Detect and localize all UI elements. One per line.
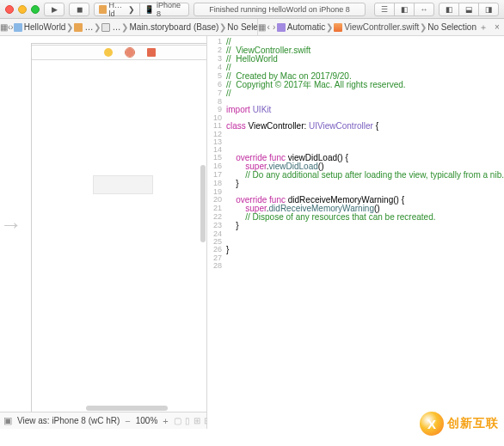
code-line[interactable]: 26} bbox=[207, 246, 504, 254]
add-assistant-button[interactable]: ＋ bbox=[476, 21, 490, 34]
project-icon bbox=[14, 23, 22, 32]
toggle-debug-button[interactable]: ⬓ bbox=[458, 3, 479, 16]
close-assistant-button[interactable]: × bbox=[490, 21, 504, 34]
related-items-button-2[interactable]: ▦ bbox=[258, 21, 266, 34]
view-controller-canvas[interactable] bbox=[31, 43, 206, 412]
gutter-number: 28 bbox=[207, 262, 226, 270]
code-line[interactable]: 11class ViewController: UIViewController… bbox=[207, 122, 504, 131]
watermark-badge-icon: X bbox=[420, 412, 444, 436]
editor-content: → ▣ View as: iPhone 8 (wC hR) − 100% + ▢… bbox=[0, 36, 504, 429]
placeholder-view[interactable] bbox=[93, 175, 153, 194]
code-line[interactable]: 22 // Dispose of any resources that can … bbox=[207, 213, 504, 222]
interface-builder-panel: → ▣ View as: iPhone 8 (wC hR) − 100% + ▢… bbox=[0, 36, 207, 429]
path-project[interactable]: HelloWorld bbox=[14, 22, 66, 32]
jump-bar-left: ▦ ‹ › HelloWorld ❯ … ❯ … ❯ Main.storyboa… bbox=[0, 19, 258, 35]
toggle-utilities-button[interactable]: ◨ bbox=[478, 3, 499, 16]
folder-icon bbox=[101, 23, 110, 32]
horizontal-scrollbar[interactable] bbox=[86, 406, 168, 411]
code-text: // HelloWorld bbox=[226, 55, 504, 64]
zoom-value: 100% bbox=[136, 416, 158, 425]
path-folder[interactable]: … bbox=[74, 22, 93, 32]
path-file-right[interactable]: ViewController.swift bbox=[334, 22, 419, 32]
path-selection[interactable]: No Selection bbox=[227, 22, 258, 32]
code-text bbox=[226, 131, 504, 138]
zoom-in-button[interactable]: + bbox=[163, 416, 168, 426]
counterpart-mode[interactable]: Automatic bbox=[277, 22, 325, 32]
path-file[interactable]: Main.storyboard (Base) bbox=[129, 22, 218, 32]
code-text bbox=[226, 254, 504, 262]
app-icon bbox=[99, 5, 107, 14]
code-line[interactable]: 13 bbox=[207, 138, 504, 146]
scheme-selector[interactable]: H…ld ❯ 📱 iPhone 8 bbox=[94, 3, 189, 16]
align-button[interactable]: ▯ bbox=[185, 416, 190, 425]
code-line[interactable]: 23 } bbox=[207, 222, 504, 230]
swift-icon bbox=[334, 23, 342, 32]
ib-footer-bar: ▣ View as: iPhone 8 (wC hR) − 100% + ▢ ▯… bbox=[0, 412, 206, 429]
code-line[interactable]: 18 } bbox=[207, 180, 504, 188]
code-text: // bbox=[226, 89, 504, 98]
main-toolbar: ▶ ◼ H…ld ❯ 📱 iPhone 8 Finished running H… bbox=[0, 0, 504, 19]
view-as-label[interactable]: View as: iPhone 8 (wC hR) bbox=[17, 416, 120, 425]
run-button[interactable]: ▶ bbox=[44, 3, 65, 16]
code-text bbox=[226, 238, 504, 246]
assistant-editor-button[interactable]: ◧ bbox=[394, 3, 415, 16]
initial-vc-arrow-icon: → bbox=[0, 211, 22, 237]
close-window[interactable] bbox=[5, 5, 14, 14]
standard-editor-button[interactable]: ☰ bbox=[374, 3, 395, 16]
code-line[interactable]: 3// HelloWorld bbox=[207, 55, 504, 64]
code-text bbox=[226, 138, 504, 146]
code-line[interactable]: 28 bbox=[207, 262, 504, 270]
code-text: // Dispose of any resources that can be … bbox=[226, 213, 504, 222]
code-text: } bbox=[226, 246, 504, 254]
path-folder2[interactable]: … bbox=[101, 22, 120, 32]
editor-mode-segment: ☰ ◧ ↔ bbox=[374, 3, 434, 16]
code-line[interactable]: 9import UIKit bbox=[207, 106, 504, 114]
source-editor[interactable]: 1//2// ViewController.swift3// HelloWorl… bbox=[207, 36, 504, 429]
related-items-button[interactable]: ▦ bbox=[0, 21, 8, 34]
scheme-device: iPhone 8 bbox=[157, 1, 184, 18]
document-outline-toggle[interactable]: ▣ bbox=[3, 416, 12, 426]
code-line[interactable]: 7// bbox=[207, 89, 504, 98]
toggle-navigator-button[interactable]: ◧ bbox=[439, 3, 459, 16]
code-text: import UIKit bbox=[226, 106, 504, 114]
watermark: X 创新互联 bbox=[420, 412, 499, 436]
code-line[interactable]: 12 bbox=[207, 131, 504, 138]
zoom-window[interactable] bbox=[31, 5, 40, 14]
path-sel-right[interactable]: No Selection bbox=[427, 22, 476, 32]
activity-status: Finished running HelloWorld on iPhone 8 bbox=[194, 3, 366, 16]
jump-bar-right: ▦ ‹ › Automatic ❯ ViewController.swift ❯… bbox=[258, 19, 504, 35]
jump-bar: ▦ ‹ › HelloWorld ❯ … ❯ … ❯ Main.storyboa… bbox=[0, 19, 504, 36]
stop-button[interactable]: ◼ bbox=[69, 3, 89, 16]
code-line[interactable]: 24 bbox=[207, 230, 504, 238]
pin-button[interactable]: ⊞ bbox=[194, 416, 200, 425]
auto-icon bbox=[277, 23, 286, 32]
folder-icon bbox=[74, 23, 83, 32]
ib-canvas[interactable]: → bbox=[0, 36, 206, 412]
code-line[interactable]: 25 bbox=[207, 238, 504, 246]
code-text: class ViewController: UIViewController { bbox=[226, 122, 504, 131]
minimize-window[interactable] bbox=[18, 5, 27, 14]
code-text: // Do any additional setup after loading… bbox=[226, 171, 504, 180]
watermark-text: 创新互联 bbox=[447, 416, 499, 431]
panels-segment: ◧ ⬓ ◨ bbox=[439, 3, 499, 16]
zoom-out-button[interactable]: − bbox=[125, 416, 130, 426]
code-line[interactable]: 6// Copyright © 2017年 Mac. All rights re… bbox=[207, 81, 504, 89]
code-line[interactable]: 27 bbox=[207, 254, 504, 262]
version-editor-button[interactable]: ↔ bbox=[414, 3, 434, 16]
code-text: } bbox=[226, 222, 504, 230]
phone-icon: 📱 bbox=[144, 5, 154, 14]
code-text bbox=[226, 230, 504, 238]
embed-button[interactable]: ▢ bbox=[174, 416, 181, 425]
vertical-scrollbar[interactable] bbox=[200, 165, 206, 242]
scheme-target: H…ld bbox=[109, 1, 126, 18]
code-text bbox=[226, 262, 504, 270]
code-line[interactable]: 17 // Do any additional setup after load… bbox=[207, 171, 504, 180]
window-controls bbox=[5, 5, 40, 14]
code-text: } bbox=[226, 180, 504, 188]
code-text: // Copyright © 2017年 Mac. All rights res… bbox=[226, 81, 504, 89]
